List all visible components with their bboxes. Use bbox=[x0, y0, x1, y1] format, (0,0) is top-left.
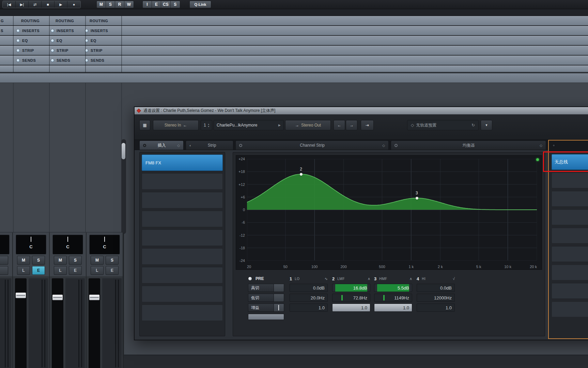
insert-slot-empty[interactable] bbox=[142, 286, 223, 302]
eq-band-handle[interactable]: 2 bbox=[300, 173, 303, 176]
band-q-field[interactable]: 1.0 bbox=[417, 304, 455, 312]
peak-filter-icon[interactable]: ∧ bbox=[368, 277, 370, 281]
strip-section-3[interactable]: STRIP bbox=[85, 46, 103, 55]
listen-button[interactable]: L bbox=[54, 266, 67, 275]
eq-plot-area[interactable]: 23 bbox=[247, 159, 537, 261]
solo-all-button[interactable]: S bbox=[106, 1, 115, 8]
band-q-field[interactable]: 1.0 bbox=[374, 304, 412, 312]
fader-track[interactable] bbox=[89, 278, 100, 368]
vertical-scrollbar[interactable] bbox=[121, 139, 126, 234]
eq-section-2[interactable]: EQ bbox=[51, 36, 62, 45]
input-routing-button[interactable]: Stereo In ← bbox=[153, 120, 199, 130]
strip-indicator-icon[interactable] bbox=[51, 49, 54, 52]
scrollbar-thumb[interactable] bbox=[122, 143, 125, 159]
tab-state-icon[interactable] bbox=[394, 144, 398, 147]
write-automation-button[interactable]: W bbox=[124, 1, 134, 8]
listen-button[interactable]: L bbox=[17, 266, 30, 275]
inserts-indicator-icon[interactable] bbox=[51, 29, 54, 32]
next-channel-button[interactable]: → bbox=[346, 120, 357, 130]
tab-state-icon[interactable] bbox=[239, 144, 242, 147]
tab-inserts[interactable]: 插入 ◇ bbox=[139, 141, 184, 150]
band-frequency-field[interactable]: 12000Hz bbox=[417, 294, 455, 302]
low-shelf-icon[interactable]: ∿ bbox=[325, 277, 328, 281]
eq-section-3[interactable]: EQ bbox=[85, 36, 96, 45]
insert-slot-empty[interactable] bbox=[142, 173, 223, 190]
band-gain-field[interactable]: 5.5dB bbox=[374, 284, 412, 292]
sends-section-2[interactable]: SENDS bbox=[51, 56, 70, 65]
eq-indicator-icon[interactable] bbox=[51, 39, 54, 42]
mute-all-button[interactable]: M bbox=[97, 1, 106, 8]
sends-section-3[interactable]: SENDS bbox=[85, 56, 104, 65]
sends-tabstrip[interactable] bbox=[549, 141, 588, 151]
routing-section-1[interactable]: ROUTING bbox=[21, 16, 40, 25]
high-cut-button[interactable]: 高切 bbox=[248, 284, 274, 292]
pan-control[interactable] bbox=[0, 235, 10, 254]
solo-button[interactable] bbox=[0, 256, 8, 265]
follow-selection-button[interactable]: ⇥ bbox=[361, 120, 374, 130]
solo-button[interactable]: S bbox=[106, 256, 119, 265]
send-slot-empty[interactable] bbox=[552, 173, 588, 188]
go-to-end-button[interactable]: ▶| bbox=[16, 1, 29, 8]
fader-track[interactable] bbox=[52, 278, 63, 368]
track-preset-field[interactable]: ◇ 无轨道预置 ↻ bbox=[407, 120, 479, 130]
channel-strip-button[interactable]: CS bbox=[161, 1, 171, 8]
low-cut-button[interactable]: 低切 bbox=[248, 294, 274, 302]
inserts-indicator-icon[interactable] bbox=[16, 29, 20, 32]
edit-channel-button[interactable]: E bbox=[32, 266, 45, 275]
tab-channel-strip[interactable]: Channel Strip ◇ bbox=[235, 141, 389, 150]
insert-slot-empty[interactable] bbox=[142, 267, 223, 283]
setup-window-layout-button[interactable]: ▦ bbox=[139, 120, 150, 130]
mute-button[interactable]: M bbox=[91, 256, 104, 265]
strip-indicator-icon[interactable] bbox=[16, 49, 20, 52]
pan-control[interactable]: C bbox=[16, 235, 46, 254]
fader-handle[interactable] bbox=[52, 295, 63, 300]
band-q-field[interactable]: 1.0 bbox=[332, 304, 370, 312]
send-slot-empty[interactable] bbox=[552, 301, 588, 317]
go-to-start-button[interactable]: |◀ bbox=[3, 1, 16, 8]
band-frequency-field[interactable]: 20.0Hz bbox=[290, 294, 328, 302]
peak-filter-icon[interactable]: ∧ bbox=[409, 277, 412, 281]
pre-enable-icon[interactable] bbox=[248, 277, 252, 281]
fader-handle[interactable] bbox=[89, 295, 99, 300]
low-cut-slider[interactable] bbox=[274, 294, 284, 302]
routing-section-3[interactable]: ROUTING bbox=[90, 16, 108, 25]
solo-button[interactable]: S bbox=[69, 256, 82, 265]
band-gain-field[interactable]: 0.0dB bbox=[290, 284, 328, 292]
channel-index-stepper[interactable]: 1 ▴▾ bbox=[201, 120, 212, 130]
mute-button[interactable]: M bbox=[17, 256, 30, 265]
eq-active-led-icon[interactable] bbox=[536, 158, 539, 161]
fader-handle[interactable] bbox=[16, 293, 26, 298]
eq-curve-display[interactable]: +24+18+12+60-6-12-18-24 23 2050100200500… bbox=[236, 155, 542, 270]
inserts-section-3[interactable]: INSERTS bbox=[85, 26, 108, 35]
reload-icon[interactable]: ↻ bbox=[471, 123, 475, 128]
preset-dropdown-button[interactable]: ▼ bbox=[481, 120, 492, 130]
tab-strip[interactable]: ◐ Strip bbox=[186, 141, 233, 150]
cycle-button[interactable]: ⇄ bbox=[29, 1, 42, 8]
eq-indicator-icon[interactable] bbox=[16, 39, 20, 42]
pre-level-slider[interactable] bbox=[248, 314, 284, 320]
eq-band-handle[interactable]: 3 bbox=[416, 197, 418, 200]
send-slot-empty[interactable] bbox=[552, 283, 588, 299]
edit-channel-button[interactable]: E bbox=[69, 266, 82, 275]
send-slot-empty[interactable] bbox=[552, 228, 588, 244]
send-slot-empty[interactable] bbox=[552, 246, 588, 262]
edit-button[interactable]: E bbox=[152, 1, 161, 8]
output-routing-button[interactable]: → Stereo Out bbox=[285, 120, 331, 130]
mute-button[interactable]: M bbox=[54, 256, 67, 265]
tab-equalizer[interactable]: 均衡器 ◇ bbox=[391, 141, 546, 150]
sends-indicator-icon[interactable] bbox=[16, 59, 20, 62]
sends-button[interactable]: S bbox=[171, 1, 180, 8]
send-slot-empty[interactable] bbox=[552, 191, 588, 207]
fader-track[interactable] bbox=[15, 278, 27, 368]
pre-gain-slider[interactable] bbox=[274, 304, 284, 312]
eq-section-1[interactable]: EQ bbox=[16, 36, 28, 45]
send-slot-empty[interactable] bbox=[552, 209, 588, 225]
strip-section-2[interactable]: STRIP bbox=[51, 46, 68, 55]
send-slot-empty[interactable] bbox=[552, 265, 588, 280]
stepper-arrows-icon[interactable]: ▴▾ bbox=[208, 123, 210, 128]
sends-section-1[interactable]: SENDS bbox=[16, 56, 36, 65]
window-titlebar[interactable]: 通道设置 : Charlie Puth,Selena Gomez - We Do… bbox=[135, 107, 588, 115]
band-gain-field[interactable]: 16.8dB bbox=[332, 284, 370, 292]
record-button[interactable]: ● bbox=[67, 1, 80, 8]
solo-button[interactable]: S bbox=[32, 256, 45, 265]
